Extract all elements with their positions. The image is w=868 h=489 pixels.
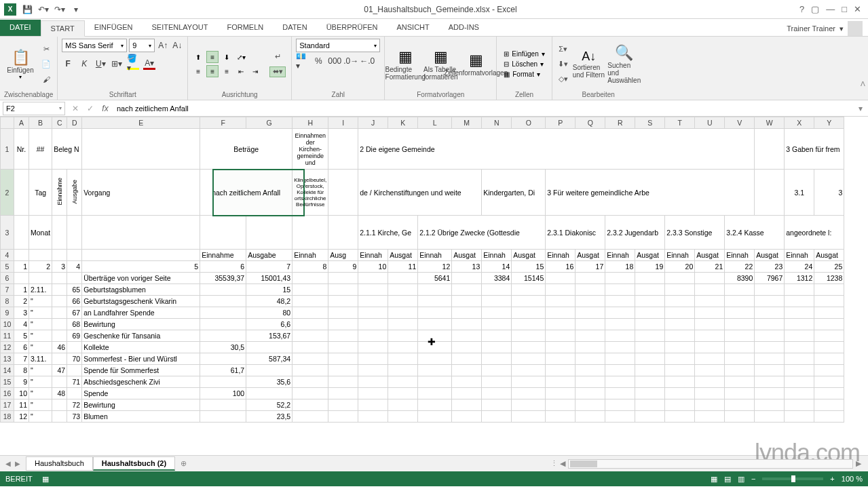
col-header[interactable]: F (200, 117, 246, 129)
find-select-button[interactable]: 🔍Suchen und Auswählen (608, 42, 641, 87)
row-header[interactable]: 17 (1, 399, 14, 411)
paste-button[interactable]: 📋Einfügen▾ (4, 42, 37, 87)
sheet-nav-next-icon[interactable]: ▶ (15, 460, 20, 467)
italic-button[interactable]: K (78, 58, 90, 70)
col-header[interactable]: U (695, 117, 725, 129)
view-layout-icon[interactable]: ▤ (724, 475, 731, 484)
ribbon-options-icon[interactable]: ▢ (811, 4, 826, 14)
macro-record-icon[interactable]: ▦ (42, 475, 49, 484)
sheet-tab[interactable]: Haushaltsbuch (26, 456, 93, 471)
col-header[interactable]: T (665, 117, 695, 129)
col-header[interactable]: L (418, 117, 452, 129)
row-header[interactable]: 8 (1, 296, 14, 307)
tab-datei[interactable]: DATEI (0, 20, 41, 36)
align-top-icon[interactable]: ⬆ (192, 51, 204, 63)
zoom-out-button[interactable]: − (751, 475, 755, 483)
border-button[interactable]: ⊞▾ (111, 58, 123, 70)
wrap-text-icon[interactable]: ↵ (269, 52, 286, 62)
tab-seitenlayout[interactable]: SEITENLAYOUT (142, 20, 217, 36)
tab-einfügen[interactable]: EINFÜGEN (85, 20, 143, 36)
zoom-level[interactable]: 100 % (842, 475, 863, 483)
row-header[interactable]: 11 (1, 330, 14, 342)
font-size-combo[interactable]: 9▾ (129, 39, 155, 52)
insert-cells-button[interactable]: ⊞ Einfügen ▾ (501, 50, 547, 58)
row-header[interactable]: 16 (1, 388, 14, 399)
row-header[interactable]: 10 (1, 319, 14, 330)
zoom-slider[interactable] (762, 477, 823, 480)
underline-button[interactable]: U▾ (94, 58, 107, 70)
font-name-combo[interactable]: MS Sans Serif▾ (62, 39, 127, 52)
row-header[interactable]: 18 (1, 411, 14, 423)
shrink-font-icon[interactable]: A↓ (171, 39, 183, 52)
number-format-combo[interactable]: Standard▾ (296, 39, 380, 52)
format-as-table-button[interactable]: ▦Als Tabelle formatieren (424, 42, 457, 87)
grow-font-icon[interactable]: A↑ (157, 39, 169, 52)
col-header[interactable]: W (755, 117, 785, 129)
save-icon[interactable]: 💾 (22, 4, 33, 15)
conditional-formatting-button[interactable]: ▦Bedingte Formatierung (389, 42, 421, 87)
add-sheet-button[interactable]: ⊕ (175, 457, 192, 470)
tab-ansicht[interactable]: ANSICHT (387, 20, 438, 36)
col-header[interactable]: G (246, 117, 293, 129)
tab-überprüfen[interactable]: ÜBERPRÜFEN (317, 20, 388, 36)
tab-start[interactable]: START (41, 20, 85, 37)
col-header[interactable]: S (635, 117, 665, 129)
cell-styles-button[interactable]: ▦Zellenformatvorlagen (459, 42, 492, 87)
thousands-icon[interactable]: 000 (328, 55, 341, 67)
fill-color-button[interactable]: 🪣▾ (127, 58, 139, 70)
indent-inc-icon[interactable]: ⇥ (249, 65, 261, 77)
tab-formeln[interactable]: FORMELN (217, 20, 273, 36)
col-header[interactable]: Y (814, 117, 844, 129)
align-center-icon[interactable]: ≡ (206, 65, 219, 77)
col-header[interactable]: D (67, 117, 82, 129)
sheet-nav-prev-icon[interactable]: ◀ (5, 460, 11, 467)
col-header[interactable]: C (52, 117, 67, 129)
cut-icon[interactable]: ✂ (41, 44, 52, 55)
row-header[interactable]: 5 (1, 261, 14, 273)
row-header[interactable]: 2 (1, 170, 14, 216)
collapse-ribbon-icon[interactable]: ᐱ (861, 80, 865, 87)
qat-customize-icon[interactable]: ▾ (71, 4, 81, 15)
row-header[interactable]: 13 (1, 353, 14, 365)
format-painter-icon[interactable]: 🖌 (41, 74, 52, 85)
col-header[interactable]: J (358, 117, 388, 129)
bold-button[interactable]: F (62, 58, 74, 70)
tab-daten[interactable]: DATEN (273, 20, 316, 36)
col-header[interactable]: H (293, 117, 328, 129)
col-header[interactable]: K (388, 117, 418, 129)
expand-formula-icon[interactable]: ▾ (853, 102, 868, 115)
row-header[interactable]: 14 (1, 365, 14, 376)
align-middle-icon[interactable]: ≡ (206, 51, 219, 63)
col-header[interactable]: B (29, 117, 52, 129)
row-header[interactable]: 4 (1, 250, 14, 261)
col-header[interactable]: X (785, 117, 814, 129)
col-header[interactable]: O (512, 117, 546, 129)
fx-icon[interactable]: fx (98, 102, 113, 115)
col-header[interactable]: R (605, 117, 635, 129)
row-header[interactable]: 15 (1, 376, 14, 388)
orientation-icon[interactable]: ⤢▾ (235, 51, 247, 63)
sort-filter-button[interactable]: A↓Sortieren und Filtern (573, 42, 605, 87)
indent-dec-icon[interactable]: ⇤ (235, 65, 247, 77)
account-menu[interactable]: Trainer Trainer▾ (787, 21, 868, 36)
worksheet-grid[interactable]: ABCDEFGHIJKLMNOPQRSTUVWXY1Nr.##Beleg NBe… (0, 117, 868, 455)
accept-formula-icon[interactable]: ✓ (83, 102, 98, 115)
minimize-button[interactable]: — (826, 4, 842, 14)
merge-center-icon[interactable]: ⬌▾ (269, 66, 286, 77)
view-break-icon[interactable]: ▥ (738, 475, 744, 484)
copy-icon[interactable]: 📄 (41, 59, 52, 70)
col-header[interactable]: Q (575, 117, 605, 129)
view-normal-icon[interactable]: ▦ (711, 475, 717, 484)
col-header[interactable]: P (546, 117, 575, 129)
row-header[interactable]: 1 (1, 129, 14, 170)
col-header[interactable]: A (14, 117, 29, 129)
col-header[interactable]: N (482, 117, 512, 129)
row-header[interactable]: 12 (1, 342, 14, 353)
delete-cells-button[interactable]: ⊟ Löschen ▾ (501, 60, 547, 69)
align-left-icon[interactable]: ≡ (192, 65, 204, 77)
fill-icon[interactable]: ⬇▾ (558, 59, 569, 70)
window-help[interactable]: ? (799, 4, 811, 14)
name-box[interactable]: F2▾ (3, 102, 65, 115)
row-header[interactable]: 3 (1, 216, 14, 250)
row-header[interactable]: 9 (1, 307, 14, 319)
